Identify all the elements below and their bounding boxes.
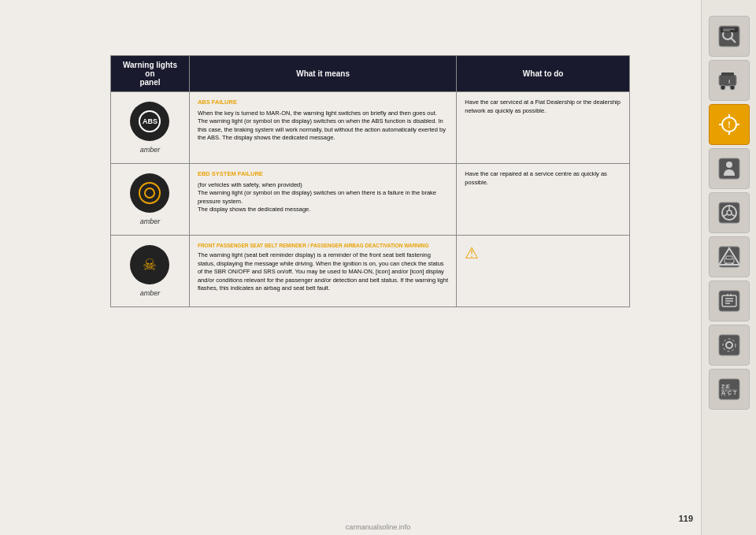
panel-cell-seatbelt: ☠ amber xyxy=(111,236,190,307)
sidebar-item-tools[interactable] xyxy=(709,281,750,321)
person-icon xyxy=(717,157,741,180)
abs-icon-label: ABS xyxy=(139,110,161,132)
sidebar-item-search[interactable] xyxy=(709,16,750,57)
svg-rect-18 xyxy=(719,158,739,179)
page-container: Warning lights on panel What it means Wh… xyxy=(0,0,756,535)
seatbelt-warning-icon: ☠ xyxy=(130,245,169,284)
sidebar-item-steering[interactable] xyxy=(709,192,750,233)
search-icon xyxy=(717,24,741,48)
brake-color-label: amber xyxy=(140,217,161,225)
sidebar-item-car-triangle[interactable] xyxy=(709,236,750,277)
brake-todo-text: Have the car repaired at a service centr… xyxy=(457,164,629,193)
svg-text:i: i xyxy=(728,78,729,85)
person-seatbelt-icon: ☠ xyxy=(143,255,157,274)
abs-means-text: When the key is turned to MAR-ON, the wa… xyxy=(198,110,446,142)
sidebar-item-info[interactable]: i xyxy=(709,60,750,101)
abs-title: ABS FAILURE xyxy=(198,98,448,107)
abs-warning-icon: ABS xyxy=(130,102,169,141)
svg-point-30 xyxy=(724,263,727,266)
col-header-means: What it means xyxy=(189,56,456,92)
todo-warning-triangle-icon: ⚠ xyxy=(465,242,479,264)
col-header-todo: What to do xyxy=(457,56,630,92)
language-icon: Z E A C T Z E B A I C T xyxy=(717,377,741,401)
seatbelt-means-cell: FRONT PASSENGER SEAT BELT REMINDER / PAS… xyxy=(189,236,456,307)
svg-text:!: ! xyxy=(728,121,730,129)
gear-icon xyxy=(717,333,741,357)
svg-point-8 xyxy=(721,85,725,90)
brake-warning-icon xyxy=(130,173,169,213)
abs-todo-cell: Have the car serviced at a Fiat Dealersh… xyxy=(457,92,630,164)
brake-icon-inner xyxy=(144,188,155,199)
page-number: 119 xyxy=(679,514,693,523)
sidebar-item-person[interactable] xyxy=(709,148,750,189)
table-row: amber EBD SYSTEM FAILURE (for vehicles w… xyxy=(111,164,630,236)
table-row: ABS amber ABS FAILURE When the key is tu… xyxy=(111,92,630,164)
col-header-panel: Warning lights on panel xyxy=(111,56,190,92)
seatbelt-color-label: amber xyxy=(140,289,161,297)
seatbelt-todo-cell: ⚠ xyxy=(457,236,630,307)
watermark: carmanualsoline.info xyxy=(346,523,411,531)
warning-light-icon: ! xyxy=(717,113,741,136)
brake-todo-cell: Have the car repaired at a service centr… xyxy=(457,164,630,236)
car-triangle-icon xyxy=(717,245,741,269)
warning-table: Warning lights on panel What it means Wh… xyxy=(110,55,630,307)
abs-todo-text: Have the car serviced at a Fiat Dealersh… xyxy=(457,92,629,121)
seatbelt-todo-text: ⚠ xyxy=(457,236,629,270)
seatbelt-title: FRONT PASSENGER SEAT BELT REMINDER / PAS… xyxy=(198,242,448,249)
table-row: ☠ amber FRONT PASSENGER SEAT BELT REMIND… xyxy=(111,236,630,307)
sidebar-item-settings[interactable] xyxy=(709,325,750,366)
sidebar-item-language[interactable]: Z E A C T Z E B A I C T xyxy=(709,369,750,410)
right-sidebar: i ! xyxy=(701,0,756,535)
seatbelt-means-text: The warning light (seat belt reminder di… xyxy=(198,251,448,292)
brake-title: EBD SYSTEM FAILURE xyxy=(198,170,448,179)
brake-means-cell: EBD SYSTEM FAILURE (for vehicles with sa… xyxy=(189,164,456,236)
svg-rect-39 xyxy=(719,335,739,355)
main-content: Warning lights on panel What it means Wh… xyxy=(110,55,630,307)
brake-icon xyxy=(139,182,161,204)
svg-text:I  C T: I C T xyxy=(721,392,730,397)
svg-point-9 xyxy=(730,85,735,90)
abs-means-cell: ABS FAILURE When the key is turned to MA… xyxy=(189,92,456,164)
steering-wheel-icon xyxy=(717,201,741,225)
brake-means-text: (for vehicles with safety, when provided… xyxy=(198,181,436,214)
svg-point-19 xyxy=(726,162,732,168)
svg-point-31 xyxy=(731,263,733,266)
svg-rect-7 xyxy=(721,72,734,76)
svg-rect-3 xyxy=(721,28,738,32)
panel-cell-abs: ABS amber xyxy=(111,92,190,164)
svg-rect-29 xyxy=(726,256,732,259)
tools-icon xyxy=(717,289,741,313)
sidebar-item-warning-active[interactable]: ! xyxy=(709,104,750,145)
panel-cell-brake: amber xyxy=(111,164,190,236)
abs-color-label: amber xyxy=(140,146,161,154)
car-info-icon: i xyxy=(717,69,741,92)
